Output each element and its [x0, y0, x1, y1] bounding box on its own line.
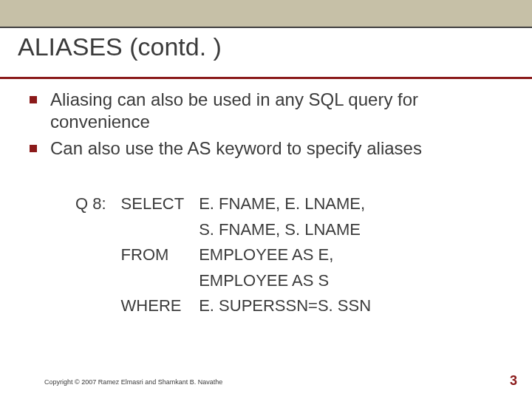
table-row: S. FNAME, S. LNAME [75, 219, 384, 244]
query-label: Q 8: [75, 194, 120, 218]
query-value: E. FNAME, E. LNAME, [199, 194, 384, 218]
query-table: Q 8: SELECT E. FNAME, E. LNAME, S. FNAME… [74, 192, 386, 321]
query-value: EMPLOYEE AS E, [199, 245, 384, 269]
query-value: S. FNAME, S. LNAME [199, 219, 384, 244]
query-block: Q 8: SELECT E. FNAME, E. LNAME, S. FNAME… [74, 192, 386, 321]
bullet-item: Aliasing can also be used in any SQL que… [30, 89, 502, 133]
query-keyword: WHERE [121, 296, 198, 320]
slide-title: ALIASES (contd. ) [18, 33, 222, 61]
query-keyword: SELECT [121, 194, 198, 218]
table-row: Q 8: SELECT E. FNAME, E. LNAME, [75, 194, 384, 218]
query-keyword [121, 270, 198, 295]
table-row: FROM EMPLOYEE AS E, [75, 245, 384, 269]
query-value: EMPLOYEE AS S [199, 270, 384, 295]
copyright-text: Copyright © 2007 Ramez Elmasri and Shamk… [44, 378, 222, 386]
bullet-item: Can also use the AS keyword to specify a… [30, 137, 502, 160]
slide: ALIASES (contd. ) Aliasing can also be u… [0, 0, 532, 399]
page-number: 3 [510, 373, 517, 389]
square-bullet-icon [30, 145, 37, 152]
title-underline [0, 77, 532, 79]
table-row: EMPLOYEE AS S [75, 270, 384, 295]
square-bullet-icon [30, 96, 37, 103]
top-band [0, 0, 532, 28]
body-content: Aliasing can also be used in any SQL que… [30, 89, 502, 164]
table-row: WHERE E. SUPERSSN=S. SSN [75, 296, 384, 320]
query-keyword [121, 219, 198, 244]
bullet-text: Aliasing can also be used in any SQL que… [50, 89, 502, 133]
query-keyword: FROM [121, 245, 198, 269]
bullet-text: Can also use the AS keyword to specify a… [50, 137, 502, 160]
query-value: E. SUPERSSN=S. SSN [199, 296, 384, 320]
